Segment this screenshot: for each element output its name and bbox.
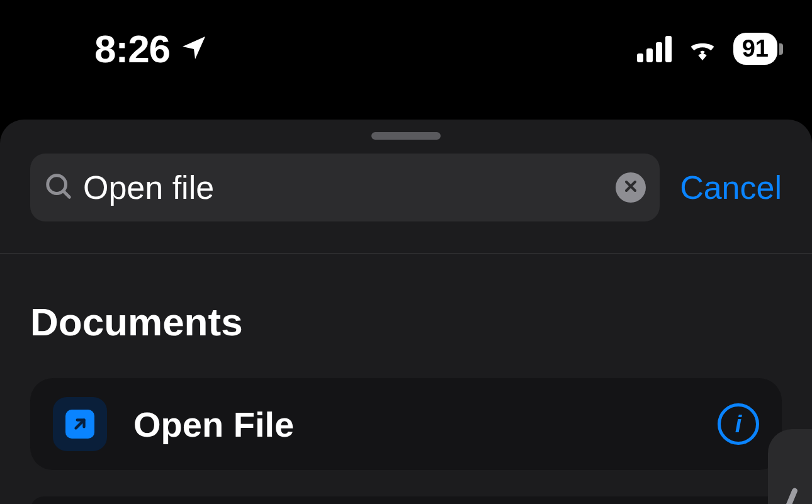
- cellular-signal-icon: [637, 36, 672, 62]
- info-icon: i: [735, 411, 742, 438]
- search-field[interactable]: [30, 154, 660, 221]
- sheet-grabber[interactable]: [371, 132, 441, 140]
- location-icon: [179, 33, 209, 65]
- chevron-left-icon: [781, 484, 799, 504]
- result-item-open-file[interactable]: Open File i: [30, 378, 782, 470]
- info-button[interactable]: i: [718, 403, 759, 445]
- app-tile-icon: [53, 397, 107, 451]
- search-sheet: Cancel Documents Open File i: [0, 120, 812, 504]
- battery-level: 91: [742, 35, 769, 62]
- section-heading-documents: Documents: [30, 300, 782, 344]
- arrow-up-right-icon: [65, 410, 94, 439]
- wifi-icon: [685, 35, 719, 63]
- side-pull-handle[interactable]: [768, 429, 812, 504]
- results-content: Documents Open File i: [0, 300, 812, 504]
- clear-search-button[interactable]: [616, 172, 646, 203]
- search-input[interactable]: [83, 169, 606, 206]
- status-left: 8:26: [94, 26, 209, 71]
- status-bar: 8:26 91: [0, 0, 812, 98]
- close-icon: [623, 179, 638, 196]
- svg-line-1: [64, 191, 70, 198]
- status-right: 91: [637, 33, 777, 65]
- battery-indicator: 91: [733, 33, 777, 65]
- cancel-button[interactable]: Cancel: [680, 169, 782, 206]
- clock-time: 8:26: [94, 26, 170, 71]
- search-icon: [44, 172, 73, 203]
- result-label: Open File: [133, 404, 691, 445]
- result-item-peek: [30, 496, 782, 504]
- divider: [0, 253, 812, 254]
- battery-nub-icon: [779, 43, 783, 55]
